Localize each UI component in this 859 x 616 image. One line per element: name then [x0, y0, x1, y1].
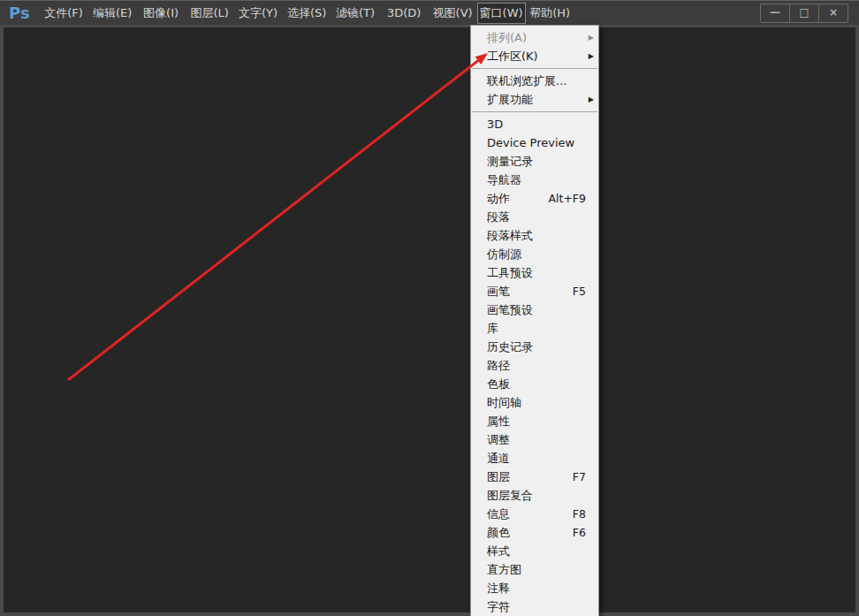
menu-item-measurement-log[interactable]: 测量记录 [471, 152, 598, 171]
canvas-area [0, 25, 859, 616]
menu-item-label: 注释 [487, 581, 510, 597]
menu-item-label: 历史记录 [487, 339, 533, 355]
menu-item-timeline[interactable]: 时间轴 [471, 393, 598, 412]
menu-item-label: 排列(A) [487, 30, 527, 46]
menubar-item-view[interactable]: 视图(V) [429, 3, 477, 24]
menu-item-label: 画笔 [487, 284, 510, 300]
menu-item-label: 联机浏览扩展... [487, 73, 566, 89]
menu-item-label: 画笔预设 [487, 302, 533, 318]
menubar-item-window[interactable]: 窗口(W) [477, 3, 526, 24]
menu-item-paths[interactable]: 路径 [471, 356, 598, 375]
menu-item-label: Device Preview [487, 136, 574, 149]
menubar-item-select[interactable]: 选择(S) [283, 3, 331, 24]
menu-item-styles[interactable]: 样式 [471, 542, 598, 560]
menu-item-label: 工具预设 [487, 265, 533, 281]
menu-item-label: 属性 [487, 414, 510, 430]
menu-item-label: 路径 [487, 358, 510, 374]
menu-item-history[interactable]: 历史记录 [471, 338, 598, 356]
maximize-button[interactable]: □ [789, 4, 818, 22]
menu-item-navigator[interactable]: 导航器 [471, 171, 598, 189]
menu-item-shortcut: F8 [573, 507, 586, 521]
menu-item-label: 颜色 [487, 525, 510, 541]
menubar: Ps 文件(F)编辑(E)图像(I)图层(L)文字(Y)选择(S)滤镜(T)3D… [0, 0, 859, 25]
menu-separator [472, 111, 597, 112]
menu-item-3d[interactable]: 3D [471, 115, 598, 133]
menu-item-color[interactable]: 颜色F6 [471, 523, 598, 542]
menu-item-label: 仿制源 [487, 247, 521, 262]
menubar-item-help[interactable]: 帮助(H) [526, 3, 574, 24]
menubar-items: 文件(F)编辑(E)图像(I)图层(L)文字(Y)选择(S)滤镜(T)3D(D)… [40, 1, 574, 25]
menu-item-character[interactable]: 字符 [471, 597, 598, 616]
menu-item-swatches[interactable]: 色板 [471, 375, 598, 393]
menu-item-info[interactable]: 信息F8 [471, 505, 598, 523]
menu-item-label: 字符 [487, 599, 510, 615]
menu-item-adjustments[interactable]: 调整 [471, 430, 598, 449]
menu-item-label: 测量记录 [487, 154, 533, 170]
menu-item-label: 直方图 [487, 562, 521, 578]
menu-item-label: 导航器 [487, 172, 521, 188]
submenu-arrow-icon: ▶ [589, 52, 594, 59]
menu-item-label: 库 [487, 321, 498, 337]
menu-item-workspace[interactable]: 工作区(K)▶ [471, 47, 598, 65]
menu-item-label: 色板 [487, 376, 510, 392]
menu-separator [472, 68, 597, 69]
window-controls: — □ × [760, 4, 848, 23]
menu-item-label: 段落 [487, 209, 510, 225]
close-button[interactable]: × [818, 4, 848, 22]
submenu-arrow-icon: ▶ [589, 34, 594, 41]
menu-item-paragraph-styles[interactable]: 段落样式 [471, 226, 598, 245]
menu-item-label: 段落样式 [487, 228, 533, 244]
menubar-item-3d[interactable]: 3D(D) [380, 3, 429, 24]
menubar-item-image[interactable]: 图像(I) [137, 3, 186, 24]
menubar-item-filter[interactable]: 滤镜(T) [331, 3, 380, 24]
menu-item-notes[interactable]: 注释 [471, 579, 598, 597]
menubar-item-type[interactable]: 文字(Y) [234, 3, 283, 24]
menu-item-layers[interactable]: 图层F7 [471, 468, 598, 486]
photoshop-logo: Ps [0, 1, 40, 25]
menu-item-actions[interactable]: 动作Alt+F9 [471, 189, 598, 208]
submenu-arrow-icon: ▶ [589, 95, 594, 103]
menu-item-clone-source[interactable]: 仿制源 [471, 245, 598, 263]
menu-item-shortcut: F7 [573, 470, 586, 483]
photoshop-window: Ps 文件(F)编辑(E)图像(I)图层(L)文字(Y)选择(S)滤镜(T)3D… [0, 0, 859, 616]
menu-item-extensions[interactable]: 扩展功能▶ [471, 90, 598, 109]
window-menu-dropdown: 排列(A)▶工作区(K)▶联机浏览扩展...扩展功能▶3DDevice Prev… [470, 25, 599, 616]
menu-item-label: 调整 [487, 432, 510, 448]
menu-item-brush-presets[interactable]: 画笔预设 [471, 300, 598, 319]
menu-item-tool-presets[interactable]: 工具预设 [471, 263, 598, 282]
menu-item-label: 图层 [487, 469, 510, 485]
menu-item-histogram[interactable]: 直方图 [471, 560, 598, 579]
menu-item-properties[interactable]: 属性 [471, 412, 598, 430]
menu-item-paragraph[interactable]: 段落 [471, 208, 598, 226]
menu-item-label: 样式 [487, 544, 510, 559]
menu-item-browse-extensions-online[interactable]: 联机浏览扩展... [471, 72, 598, 90]
menu-item-label: 通道 [487, 451, 510, 467]
menu-item-device-preview[interactable]: Device Preview [471, 133, 598, 152]
menubar-item-layer[interactable]: 图层(L) [186, 3, 234, 24]
menu-item-channels[interactable]: 通道 [471, 449, 598, 468]
menu-item-brush[interactable]: 画笔F5 [471, 282, 598, 300]
menu-item-label: 时间轴 [487, 395, 521, 411]
menu-item-label: 图层复合 [487, 488, 533, 504]
menu-item-shortcut: Alt+F9 [548, 192, 586, 205]
menu-item-label: 扩展功能 [487, 92, 533, 108]
menu-item-shortcut: F6 [573, 526, 586, 539]
menubar-item-edit[interactable]: 编辑(E) [88, 3, 137, 24]
menu-item-label: 3D [487, 118, 503, 131]
menu-item-arrange[interactable]: 排列(A)▶ [471, 28, 598, 47]
menu-item-label: 动作 [487, 191, 510, 207]
menu-item-libraries[interactable]: 库 [471, 319, 598, 338]
menu-item-label: 工作区(K) [487, 49, 538, 65]
menu-item-shortcut: F5 [573, 285, 586, 298]
menu-item-label: 信息 [487, 506, 510, 522]
menubar-item-file[interactable]: 文件(F) [40, 3, 88, 24]
minimize-button[interactable]: — [761, 4, 789, 22]
menu-item-layer-comps[interactable]: 图层复合 [471, 486, 598, 505]
